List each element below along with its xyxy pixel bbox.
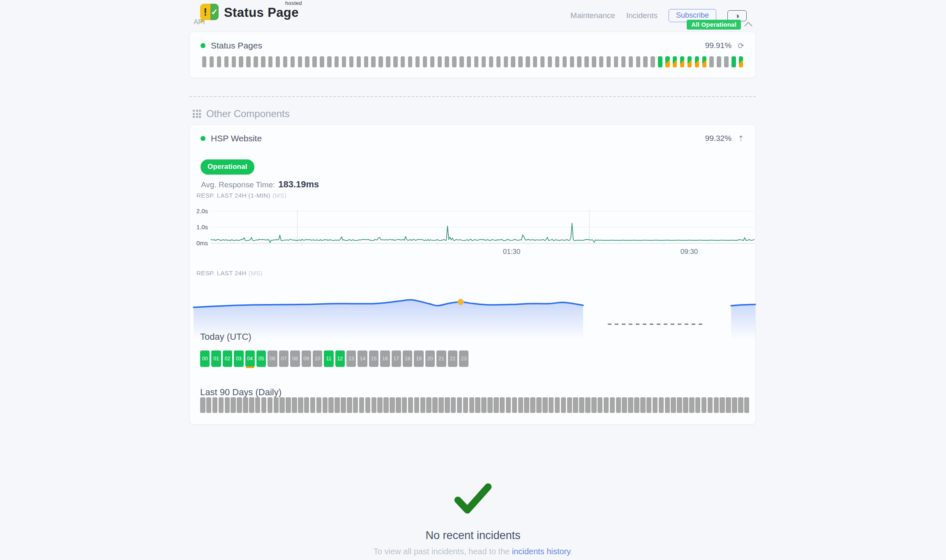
hour-box-04: 04 bbox=[245, 350, 255, 367]
day-bar-degraded bbox=[487, 397, 493, 413]
day-bar-nodata bbox=[377, 397, 383, 413]
day-bar-degraded bbox=[518, 397, 524, 413]
overall-status-badge: All Operational bbox=[687, 20, 741, 30]
day-bar-nodata bbox=[489, 56, 493, 67]
hour-box-08: 08 bbox=[290, 350, 300, 367]
hour-box-01: 01 bbox=[211, 350, 221, 367]
chart1-caption: RESP. LAST 24H (1-MIN)(MS) bbox=[196, 192, 286, 199]
avg-response-time: Avg. Response Time:183.19ms bbox=[201, 179, 319, 190]
chart2-caption: RESP. LAST 24H(MS) bbox=[196, 270, 263, 277]
day-bar-nodata bbox=[304, 397, 309, 413]
day-bar-nodata bbox=[316, 397, 322, 413]
brand-logo-icon: ! ✓ bbox=[200, 4, 219, 20]
day-bar-degraded bbox=[598, 397, 603, 413]
day-bar-operational bbox=[469, 397, 475, 413]
day-bar-nodata bbox=[239, 56, 243, 67]
day-bar-nodata bbox=[726, 397, 731, 413]
day-bar-degraded bbox=[591, 397, 597, 413]
day-bar-nodata bbox=[636, 56, 640, 67]
chevron-up-icon[interactable] bbox=[744, 22, 752, 30]
day-bar-operational bbox=[640, 397, 646, 413]
y-tick-2s: 2.0s bbox=[190, 207, 208, 215]
day-bar-nodata bbox=[261, 397, 267, 413]
day-bar-nodata bbox=[200, 397, 205, 413]
hour-box-16: 16 bbox=[380, 350, 390, 367]
day-bar-nodata bbox=[217, 56, 221, 67]
hour-box-22: 22 bbox=[448, 350, 457, 367]
day-bar-operational bbox=[445, 397, 450, 413]
day-bar-nodata bbox=[383, 397, 389, 413]
day-bar-degraded bbox=[549, 397, 554, 413]
hour-box-19: 19 bbox=[414, 350, 423, 367]
day-bar-nodata bbox=[283, 56, 287, 67]
refresh-icon[interactable]: ⟳ bbox=[738, 42, 744, 50]
day-bar-degraded bbox=[610, 397, 615, 413]
day-bar-nodata bbox=[335, 56, 339, 67]
day-bar-nodata bbox=[341, 397, 346, 413]
hour-box-23: 23 bbox=[459, 350, 468, 367]
day-bar-degraded bbox=[695, 397, 701, 413]
day-bar-nodata bbox=[291, 56, 295, 67]
day-bar-degraded bbox=[542, 397, 548, 413]
day-bar-operational bbox=[451, 397, 456, 413]
today-utc-title: Today (UTC) bbox=[200, 332, 251, 342]
other-components-title: Other Components bbox=[206, 108, 290, 120]
day-bar-nodata bbox=[206, 397, 212, 413]
status-dot bbox=[201, 43, 205, 48]
day-bar-operational bbox=[396, 397, 401, 413]
response-time-line-chart bbox=[190, 207, 756, 253]
day-bar-nodata bbox=[292, 397, 297, 413]
day-bar-degraded bbox=[616, 397, 621, 413]
day-bar-operational bbox=[573, 397, 578, 413]
day-bar-nodata bbox=[371, 397, 377, 413]
day-bar-degraded bbox=[665, 56, 669, 67]
day-bar-nodata bbox=[651, 56, 655, 67]
day-bar-degraded bbox=[673, 56, 677, 67]
overall-status-row: All Operational bbox=[687, 20, 751, 30]
uptime-percent: 99.32% bbox=[705, 134, 731, 143]
day-bar-nodata bbox=[629, 56, 633, 67]
day-bar-nodata bbox=[320, 56, 324, 67]
day-bar-nodata bbox=[212, 397, 218, 413]
day-bar-operational bbox=[408, 397, 413, 413]
day-bar-nodata bbox=[563, 56, 567, 67]
incidents-history-link[interactable]: incidents history bbox=[512, 547, 570, 556]
component-name: HSP Website bbox=[211, 134, 262, 143]
nav-maintenance[interactable]: Maintenance bbox=[570, 11, 615, 20]
nav-incidents[interactable]: Incidents bbox=[626, 11, 658, 20]
day-bar-nodata bbox=[327, 56, 331, 67]
component-row-status-pages: Status Pages 99.91% ⟳ bbox=[190, 32, 755, 56]
day-bar-nodata bbox=[614, 56, 618, 67]
day-bar-degraded bbox=[622, 397, 627, 413]
day-bar-nodata bbox=[408, 56, 412, 67]
hour-box-13: 13 bbox=[346, 350, 356, 367]
day-bar-operational bbox=[731, 56, 736, 67]
day-bar-nodata bbox=[249, 397, 254, 413]
day-bar-nodata bbox=[621, 56, 625, 67]
up-arrow-icon[interactable]: ⇡ bbox=[738, 135, 744, 143]
check-icon: ✓ bbox=[210, 4, 219, 20]
day-bar-degraded bbox=[702, 56, 706, 67]
day-bar-nodata bbox=[390, 397, 395, 413]
day-bar-operational bbox=[530, 397, 535, 413]
day-bar-nodata bbox=[540, 56, 545, 67]
hour-box-00: 00 bbox=[200, 350, 210, 367]
day-bar-nodata bbox=[482, 56, 486, 67]
day-bar-operational bbox=[402, 397, 407, 413]
day-bar-nodata bbox=[570, 56, 574, 67]
api-card: Status Pages 99.91% ⟳ bbox=[189, 32, 756, 78]
day-bar-operational bbox=[512, 397, 517, 413]
avg-response-value: 183.19ms bbox=[278, 179, 319, 189]
exclamation-icon: ! bbox=[200, 4, 210, 20]
day-bar-operational bbox=[475, 397, 480, 413]
day-bar-nodata bbox=[279, 397, 285, 413]
day-bar-operational bbox=[634, 397, 639, 413]
day-bar-nodata bbox=[386, 56, 390, 67]
section-label-api: API bbox=[194, 18, 205, 26]
brand-logo: ! ✓ Status Page hosted bbox=[200, 4, 299, 20]
grid-icon bbox=[193, 110, 201, 118]
day-bar-operational bbox=[689, 397, 695, 413]
day-bar-nodata bbox=[276, 56, 280, 67]
day-bar-nodata bbox=[526, 56, 530, 67]
day-bar-degraded bbox=[744, 397, 750, 413]
